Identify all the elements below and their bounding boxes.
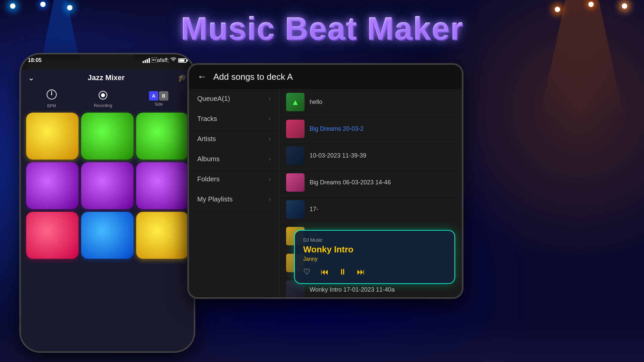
phone-frame: 18:05 afaff; ⌄ Jazz [20,54,195,352]
song-name-bigdreams2: Big Dreams 06-03-2023 14-46 [310,179,391,186]
now-playing-controls: ♡ ⏮ ⏸ ⏭ [303,267,446,277]
side-control[interactable]: A B Side [149,91,168,107]
song-item-17[interactable]: 17- [279,196,462,223]
thumb-pink-icon [286,120,305,138]
thumb-dark-icon [286,146,305,165]
menu-queue-label: QueueA(1) [197,95,230,103]
pad-8[interactable] [81,212,133,259]
side-label: Side [155,102,163,107]
thumb-green-icon [286,93,305,111]
menu-playlists-label: My Playlists [197,195,233,203]
chevron-down-icon[interactable]: ⌄ [28,73,35,82]
recording-control[interactable]: Recording [94,90,112,108]
bpm-icon [46,89,57,102]
thumb-crowd-icon [286,173,305,192]
signal-bar-1 [143,61,144,63]
pad-6[interactable] [136,162,189,209]
song-item-bigdreams[interactable]: Big Dreams 20-03-2 [279,116,462,142]
phone-container: 18:05 afaff; ⌄ Jazz [20,54,195,352]
pad-9[interactable] [136,212,189,259]
pad-4[interactable] [26,162,78,209]
song-name-recording1: 10-03-2023 11-39-39 [310,152,366,159]
phone-screen: ⌄ Jazz Mixer 🎓 BPM [21,70,194,351]
light-fixture-1 [10,3,15,9]
signal-bar-3 [147,59,148,63]
signal-bars [143,58,150,63]
pause-button[interactable]: ⏸ [339,267,347,277]
recording-icon [98,90,108,102]
back-button[interactable]: ← [197,71,207,82]
menu-albums-arrow: › [269,156,271,163]
menu-item-tracks[interactable]: Tracks › [189,109,279,129]
pad-5[interactable] [81,162,133,209]
song-thumb-bigdreams2 [286,173,305,192]
song-name-bigdreams: Big Dreams 20-03-2 [310,125,364,132]
menu-folders-label: Folders [197,175,220,183]
song-info-17: 17- [310,206,455,213]
spotlight-right [540,0,624,117]
pad-1[interactable] [26,113,78,160]
song-thumb-bigdreams [286,120,305,138]
light-fixture-5 [588,2,594,7]
signal-bar-2 [145,60,146,63]
song-thumb-hello [286,93,305,111]
song-thumb-17 [286,200,305,219]
song-item-recording1[interactable]: 10-03-2023 11-39-39 [279,142,462,169]
song-screen: ← Add songs to deck A QueueA(1) › Tracks… [189,65,462,297]
light-fixture-4 [622,3,627,9]
song-info-bigdreams: Big Dreams 20-03-2 [310,125,455,132]
menu-item-artists[interactable]: Artists › [189,129,279,149]
menu-item-playlists[interactable]: My Playlists › [189,189,279,209]
wifi-icon: afaff; [152,57,176,63]
svg-point-3 [101,93,105,97]
battery-icon [178,58,187,63]
song-info-hello: hello [310,99,455,106]
menu-item-albums[interactable]: Albums › [189,149,279,169]
song-screen-header: ← Add songs to deck A [189,65,462,89]
status-icons: afaff; [143,57,187,63]
now-playing-card: DJ Music Wonky Intro Janny ♡ ⏮ ⏸ ⏭ [294,230,455,284]
bpm-label: BPM [47,104,56,108]
status-time: 18:05 [28,57,42,63]
song-info-recording1: 10-03-2023 11-39-39 [310,152,455,159]
battery-fill [179,59,184,62]
app-header-title: Jazz Mixer [88,73,124,82]
song-thumb-recording1 [286,146,305,165]
menu-albums-label: Albums [197,155,220,163]
menu-item-queue[interactable]: QueueA(1) › [189,89,279,109]
app-title: Music Beat Maker [181,10,464,47]
signal-bar-4 [149,58,150,63]
tablet-container: ← Add songs to deck A QueueA(1) › Tracks… [188,64,463,298]
bpm-control[interactable]: BPM [46,89,57,108]
heart-button[interactable]: ♡ [303,267,311,277]
next-button[interactable]: ⏭ [357,267,365,277]
song-name-17: 17- [310,206,318,213]
pads-grid [21,110,194,261]
tablet-frame: ← Add songs to deck A QueueA(1) › Tracks… [188,64,463,298]
svg-point-1 [51,94,52,95]
light-fixture-6 [555,7,560,12]
menu-tracks-label: Tracks [197,115,217,123]
prev-button[interactable]: ⏮ [321,267,329,277]
menu-playlists-arrow: › [269,196,271,203]
song-info-bigdreams2: Big Dreams 06-03-2023 14-46 [310,179,455,186]
pad-7[interactable] [26,212,78,259]
status-bar: 18:05 afaff; [28,57,187,63]
menu-queue-arrow: › [269,95,271,102]
pad-3[interactable] [136,113,189,160]
song-item-bigdreams2[interactable]: Big Dreams 06-03-2023 14-46 [279,169,462,196]
song-item-hello[interactable]: hello [279,89,462,116]
pad-2[interactable] [81,113,133,160]
song-name-hello: hello [310,99,322,105]
settings-icon[interactable]: 🎓 [178,73,187,82]
menu-tracks-arrow: › [269,115,271,122]
song-info-wonky: Wonky Intro 17-01-2023 11-40a [310,286,455,293]
side-a-badge: A [149,91,158,101]
app-header: ⌄ Jazz Mixer 🎓 [21,70,194,86]
menu-artists-label: Artists [197,135,216,143]
menu-item-folders[interactable]: Folders › [189,169,279,189]
thumb-silhouette-icon [286,200,305,219]
recording-label: Recording [94,103,112,108]
side-b-badge: B [159,91,168,101]
menu-folders-arrow: › [269,176,271,183]
